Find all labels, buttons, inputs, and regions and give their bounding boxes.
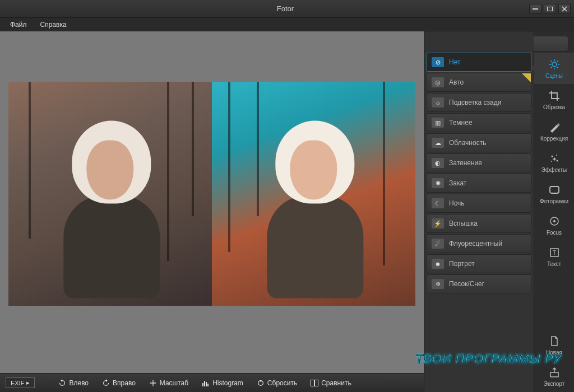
svg-rect-27 (550, 372, 558, 377)
rotate-right-button[interactable]: Вправо (98, 377, 140, 389)
tool-label: Коррекция (540, 136, 568, 142)
image-viewport[interactable] (0, 31, 424, 373)
scene-icon-darken: ▥ (432, 118, 444, 128)
scene-icon-fluorescent: ☄ (432, 239, 444, 249)
tool-label: Текст (547, 261, 561, 267)
scene-item-sunset[interactable]: ✺Закат (427, 174, 531, 193)
reset-icon (257, 379, 265, 387)
svg-rect-4 (206, 382, 207, 386)
svg-point-20 (556, 160, 558, 161)
svg-rect-5 (207, 384, 209, 386)
scene-item-darken[interactable]: ▥Темнее (427, 113, 531, 132)
effects-icon (548, 152, 561, 165)
svg-text:T: T (552, 250, 556, 256)
exif-button[interactable]: EXIF ▸ (6, 377, 35, 388)
new-icon (548, 335, 561, 347)
svg-line-14 (550, 60, 552, 62)
svg-point-24 (553, 220, 556, 222)
histogram-button[interactable]: Histogram (197, 377, 248, 389)
tool-label: Focus (547, 230, 562, 236)
canvas-bottombar: EXIF ▸ Влево Вправо Масштаб Histogram (0, 373, 424, 392)
scene-icon-portrait: ☻ (432, 259, 444, 269)
scene-item-flash[interactable]: ⚡Вспышка (427, 214, 531, 233)
scene-item-auto[interactable]: ◎Авто (427, 73, 531, 92)
scene-label: Подсветка сзади (449, 99, 501, 106)
scene-item-sandsnow[interactable]: ❄Песок/Снег (427, 274, 531, 293)
reset-button[interactable]: Сбросить (252, 377, 302, 389)
rotate-left-icon (58, 379, 66, 387)
close-button[interactable] (558, 4, 571, 14)
compare-button[interactable]: Сравнить (306, 377, 355, 389)
zoom-icon (149, 379, 157, 387)
rotate-left-button[interactable]: Влево (54, 377, 93, 389)
menu-file[interactable]: Файл (4, 20, 33, 30)
svg-line-17 (557, 60, 558, 62)
scene-item-night[interactable]: ☾Ночь (427, 194, 531, 213)
scene-icon-backlit: ☼ (432, 97, 444, 108)
svg-rect-7 (311, 380, 314, 386)
compare-icon (311, 379, 318, 387)
scene-icon-flash: ⚡ (432, 218, 444, 228)
scene-item-none[interactable]: ⊘Нет (427, 53, 531, 72)
titlebar: Fotor (0, 0, 574, 18)
tool-scenes[interactable]: Сцены (534, 53, 574, 84)
tool-frames[interactable]: Фоторамки (534, 178, 574, 209)
svg-rect-8 (315, 380, 318, 386)
scene-item-shade[interactable]: ◐Затенение (427, 153, 531, 172)
scene-label: Закат (449, 179, 466, 187)
scene-label: Песок/Снег (449, 280, 484, 288)
chevron-right-icon: ▸ (26, 379, 30, 386)
scene-label: Авто (449, 78, 464, 86)
menu-help[interactable]: Справка (35, 20, 72, 30)
scene-item-cloudy[interactable]: ☁Облачность (427, 133, 531, 152)
zoom-button[interactable]: Масштаб (145, 377, 193, 389)
scene-label: Темнее (449, 119, 473, 127)
adjust-icon (548, 121, 561, 133)
tool-text[interactable]: TТекст (534, 241, 574, 272)
tool-label: Обрезка (543, 104, 565, 110)
scene-list: ⊘Нет◎Авто☼Подсветка сзади▥Темнее☁Облачно… (424, 53, 534, 293)
minimize-button[interactable] (529, 4, 541, 14)
crop-icon (548, 90, 561, 102)
svg-point-19 (556, 155, 557, 156)
svg-point-21 (551, 161, 552, 162)
app-title: Fotor (277, 4, 294, 13)
text-icon: T (548, 246, 561, 259)
svg-point-9 (552, 62, 557, 67)
edited-image (8, 82, 415, 306)
histogram-icon (202, 379, 210, 387)
tool-label: Эффекты (541, 167, 567, 173)
svg-line-16 (550, 67, 552, 68)
scene-item-portrait[interactable]: ☻Портрет (427, 254, 531, 273)
scene-label: Портрет (449, 260, 475, 268)
tool-label: Фоторамки (540, 198, 568, 204)
scene-label: Флуоресцентный (449, 240, 502, 248)
tool-crop[interactable]: Обрезка (534, 84, 574, 115)
svg-rect-22 (550, 186, 559, 193)
maximize-button[interactable] (544, 4, 556, 14)
scene-label: Облачность (449, 139, 486, 147)
scene-label: Нет (449, 58, 460, 66)
tool-label: Экспорт (544, 381, 565, 387)
scene-icon-night: ☾ (432, 198, 444, 208)
tool-adjust[interactable]: Коррекция (534, 115, 574, 147)
scene-icon-shade: ◐ (432, 158, 444, 168)
tool-label: Сцены (545, 73, 563, 79)
scene-icon-auto: ◎ (432, 77, 444, 87)
svg-rect-0 (533, 8, 538, 10)
scene-icon-cloudy: ☁ (432, 138, 444, 148)
scene-icon-sunset: ✺ (432, 178, 444, 188)
premium-badge-icon (522, 73, 531, 82)
scene-icon-none: ⊘ (432, 57, 444, 67)
scene-label: Ночь (449, 199, 465, 207)
scene-label: Затенение (449, 159, 482, 167)
svg-rect-3 (204, 381, 205, 386)
menubar: Файл Справка (0, 18, 574, 31)
scene-item-fluorescent[interactable]: ☄Флуоресцентный (427, 234, 531, 253)
tools-column: СценыОбрезкаКоррекцияЭффектыФоторамкиFoc… (534, 31, 574, 392)
scene-item-backlit[interactable]: ☼Подсветка сзади (427, 93, 531, 112)
svg-point-18 (551, 155, 553, 157)
frames-icon (548, 184, 561, 196)
tool-focus[interactable]: Focus (534, 209, 574, 241)
tool-effects[interactable]: Эффекты (534, 147, 574, 178)
